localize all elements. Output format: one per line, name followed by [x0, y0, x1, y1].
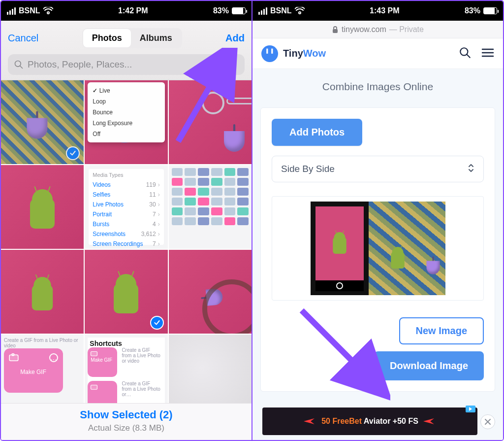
- shortcut-tile: Make GIF: [88, 347, 117, 377]
- picker-footer: Show Selected (2) Actual Size (8.3 MB): [1, 403, 252, 440]
- shortcut-tile: … Make GIF: [4, 348, 63, 393]
- media-types-list: Media Types Videos119› Selfies11› Live P…: [89, 169, 163, 245]
- brand[interactable]: ╹╹ TinyWow: [261, 45, 326, 62]
- menu-item[interactable]: Off: [92, 129, 160, 139]
- svg-line-1: [20, 66, 23, 68]
- wifi-icon: [43, 7, 53, 15]
- right-phone: BSNL 1:43 PM 83% tinywow.com — Private ╹…: [252, 1, 503, 440]
- svg-rect-4: [91, 352, 97, 356]
- photo-thumb[interactable]: [1, 80, 84, 164]
- private-label: — Private: [389, 25, 424, 34]
- photo-thumb[interactable]: Shortcuts Make GIF Create a GIF from a L…: [85, 335, 167, 403]
- photo-thumb[interactable]: [85, 250, 167, 334]
- search-icon: [14, 60, 24, 69]
- left-phone: BSNL 1:42 PM 83% Cancel Photos Albums Ad…: [1, 1, 252, 440]
- photo-thumb[interactable]: [169, 165, 252, 249]
- plane-icon: [303, 416, 317, 426]
- add-button[interactable]: Add: [225, 33, 245, 44]
- cancel-button[interactable]: Cancel: [8, 33, 38, 44]
- logo-icon: ╹╹: [261, 45, 278, 62]
- live-photo-menu[interactable]: Live Loop Bounce Long Exposure Off: [88, 82, 164, 142]
- photo-thumb[interactable]: [169, 80, 252, 164]
- status-bar: BSNL 1:43 PM 83%: [252, 1, 503, 21]
- search-input[interactable]: Photos, People, Places...: [8, 54, 245, 75]
- add-photos-button[interactable]: Add Photos: [272, 119, 362, 146]
- photo-thumb[interactable]: [169, 335, 252, 403]
- svg-rect-3: [12, 354, 14, 356]
- tab-photos[interactable]: Photos: [83, 29, 131, 47]
- battery-percent: 83%: [465, 6, 480, 15]
- signal-icon: [7, 7, 16, 15]
- tool-card: Add Photos Side By Side: [260, 107, 495, 392]
- lock-icon: [332, 26, 339, 34]
- selected-check-icon: [66, 146, 80, 160]
- photo-thumb[interactable]: Media Types Videos119› Selfies11› Live P…: [85, 165, 167, 249]
- layout-select[interactable]: Side By Side: [272, 156, 484, 182]
- size-label: Actual Size (8.3 MB): [1, 423, 252, 433]
- select-chevrons-icon: [468, 163, 474, 175]
- photo-grid: Live Loop Bounce Long Exposure Off Media…: [1, 80, 252, 403]
- combined-preview: [272, 196, 484, 301]
- selected-check-icon: [150, 316, 164, 330]
- carrier: BSNL: [270, 6, 292, 15]
- search-placeholder: Photos, People, Places...: [28, 59, 132, 70]
- menu-item[interactable]: Live: [92, 85, 160, 96]
- svg-line-9: [467, 54, 470, 58]
- svg-rect-7: [333, 29, 338, 33]
- ad-close-button[interactable]: [480, 414, 495, 429]
- carrier: BSNL: [19, 6, 40, 15]
- clock: 1:43 PM: [370, 6, 399, 15]
- ad-banner[interactable]: 50 FreeBet Aviator +50 FS: [262, 407, 477, 435]
- photo-thumb[interactable]: [1, 165, 84, 249]
- photo-thumb[interactable]: Create a GIF from a Live Photo or video …: [1, 335, 84, 403]
- menu-item[interactable]: Bounce: [92, 107, 160, 118]
- plane-icon: [422, 416, 437, 426]
- tab-albums[interactable]: Albums: [131, 29, 181, 47]
- photo-thumb[interactable]: Live Loop Bounce Long Exposure Off: [85, 80, 167, 164]
- battery-percent: 83%: [213, 6, 229, 15]
- picker-header: Cancel Photos Albums Add Photos, People,…: [1, 21, 252, 80]
- clock: 1:42 PM: [118, 6, 148, 15]
- battery-icon: [232, 7, 246, 14]
- battery-icon: [483, 7, 497, 14]
- menu-icon[interactable]: [481, 48, 494, 60]
- search-icon[interactable]: [459, 46, 472, 61]
- photo-thumb[interactable]: [1, 250, 84, 334]
- wifi-icon: [295, 7, 305, 15]
- page-body: Combine Images Online Add Photos Side By…: [252, 69, 503, 440]
- segmented-control: Photos Albums: [82, 28, 182, 48]
- app-icons-screenshot: [172, 168, 249, 246]
- url-domain: tinywow.com: [342, 25, 386, 34]
- preview-image: [369, 202, 445, 295]
- status-bar: BSNL 1:42 PM 83%: [1, 1, 252, 21]
- safari-address-bar[interactable]: tinywow.com — Private: [252, 21, 503, 38]
- adchoices-icon[interactable]: [466, 406, 475, 412]
- new-image-button[interactable]: New Image: [399, 317, 484, 344]
- photo-thumb[interactable]: [169, 250, 252, 334]
- show-selected-button[interactable]: Show Selected (2): [1, 408, 252, 421]
- menu-item[interactable]: Loop: [92, 96, 160, 107]
- page-subtitle: Combine Images Online: [260, 81, 495, 93]
- menu-item[interactable]: Long Exposure: [92, 118, 160, 129]
- select-value: Side By Side: [281, 164, 335, 174]
- preview-image: [311, 202, 369, 295]
- signal-icon: [258, 7, 267, 15]
- download-image-button[interactable]: Download Image: [374, 351, 484, 380]
- site-header: ╹╹ TinyWow: [252, 38, 503, 69]
- shortcut-tile: [88, 381, 117, 403]
- svg-rect-5: [91, 385, 97, 390]
